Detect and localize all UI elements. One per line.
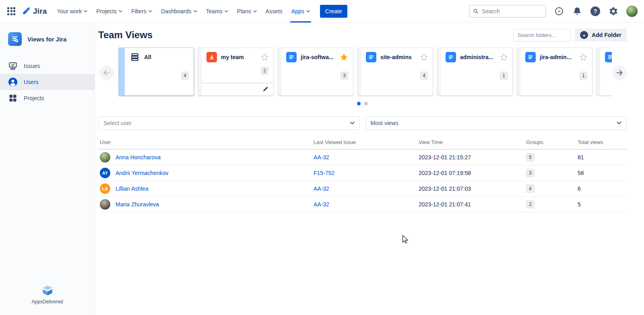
folder-name: jira-admin... xyxy=(540,54,576,60)
edit-pencil-icon[interactable] xyxy=(262,86,268,92)
page-title: Team Views xyxy=(98,29,153,41)
carousel-next-button[interactable] xyxy=(612,66,627,80)
issue-link[interactable]: AA-32 xyxy=(314,201,329,208)
star-outline-icon[interactable] xyxy=(261,54,268,61)
top-navbar: Jira Your work Projects Filters Dashboar… xyxy=(0,0,644,23)
avatar xyxy=(100,152,110,163)
search-folders-input[interactable] xyxy=(513,29,571,41)
folder-count-badge: 4 xyxy=(181,72,189,80)
folders-carousel: All 4 xyxy=(98,47,627,97)
sidebar-item-issues[interactable]: Issues xyxy=(0,58,95,74)
notifications-bell-icon[interactable] xyxy=(572,6,582,16)
add-folder-button[interactable]: + Add Folder xyxy=(575,29,627,41)
document-icon xyxy=(605,52,612,62)
discover-compass-icon[interactable] xyxy=(554,6,564,16)
folder-count-badge: 1 xyxy=(580,72,587,80)
user-avatar[interactable] xyxy=(626,6,638,17)
chevron-down-icon xyxy=(194,10,197,12)
nav-item-assets[interactable]: Assets xyxy=(261,0,287,23)
star-outline-icon[interactable] xyxy=(500,54,508,61)
issue-link[interactable]: AA-32 xyxy=(314,154,329,161)
users-table: User Last Viewed Issue View Time Groups … xyxy=(98,137,627,212)
views-for-jira-app-icon xyxy=(8,32,22,46)
carousel-dot-2[interactable] xyxy=(364,102,368,105)
user-name-link[interactable]: Maria Zhuravleva xyxy=(116,201,159,208)
settings-gear-icon[interactable] xyxy=(608,6,619,16)
arrow-left-icon xyxy=(103,69,111,77)
folder-card-administrators[interactable]: administra... 1 xyxy=(437,47,513,96)
apps-delivered-logo-icon xyxy=(42,285,53,296)
global-search[interactable] xyxy=(469,5,546,18)
view-time: 2023-12-01 07:19:58 xyxy=(419,170,526,176)
column-header-view-time: View Time xyxy=(419,139,526,145)
folder-card-site-admins[interactable]: site-admins 4 xyxy=(357,47,433,96)
stack-icon xyxy=(130,52,140,62)
sidebar-item-users[interactable]: Users xyxy=(0,74,95,90)
carousel-prev-button[interactable] xyxy=(99,66,114,80)
avatar xyxy=(100,199,110,210)
star-outline-icon[interactable] xyxy=(420,54,428,61)
chevron-down-icon xyxy=(350,121,355,125)
avatar: AY xyxy=(100,168,110,178)
folder-card-my-team[interactable]: my team 2 xyxy=(198,47,274,96)
sidebar-app-title: Views for Jira xyxy=(27,36,66,43)
total-views: 5 xyxy=(578,201,627,208)
user-name-link[interactable]: Andrii Yermachenkov xyxy=(116,170,169,176)
star-filled-icon[interactable] xyxy=(340,53,348,62)
apps-delivered-label: AppsDelivered xyxy=(31,299,63,305)
help-icon[interactable]: ? xyxy=(590,6,601,16)
chevron-down-icon xyxy=(84,10,87,12)
user-name-link[interactable]: Anna Honcharova xyxy=(116,154,161,161)
folder-count-badge: 1 xyxy=(500,72,508,80)
folder-name: administra... xyxy=(460,54,496,60)
folder-count-badge: 2 xyxy=(261,67,268,75)
folder-card-jira-software[interactable]: jira-softwa... 3 xyxy=(278,47,353,96)
nav-item-projects[interactable]: Projects xyxy=(92,0,127,23)
navbar-right-cluster: ? xyxy=(469,5,638,18)
nav-item-your-work[interactable]: Your work xyxy=(53,0,92,23)
chevron-down-icon xyxy=(225,10,228,12)
nav-item-filters[interactable]: Filters xyxy=(127,0,157,23)
folder-count-badge: 3 xyxy=(341,72,348,80)
table-row: Maria Zhuravleva AA-32 2023-12-01 21:07:… xyxy=(98,197,627,212)
chevron-down-icon xyxy=(617,121,621,125)
column-header-total-views: Total views xyxy=(578,139,627,145)
folder-name: All xyxy=(144,54,189,60)
folder-card-partial[interactable] xyxy=(597,47,612,96)
chevron-down-icon xyxy=(149,10,152,12)
create-button[interactable]: Create xyxy=(320,5,347,18)
folder-card-jira-admins[interactable]: jira-admin... 1 xyxy=(517,47,592,96)
table-row: Anna Honcharova AA-32 2023-12-01 21:15:2… xyxy=(98,150,627,165)
folder-card-all[interactable]: All 4 xyxy=(118,47,194,96)
nav-item-apps[interactable]: Apps xyxy=(287,0,314,23)
issue-link[interactable]: AA-32 xyxy=(314,185,329,192)
total-views: 81 xyxy=(578,154,627,161)
select-user-dropdown[interactable]: Select user xyxy=(98,116,360,130)
issue-link[interactable]: F15-752 xyxy=(314,170,334,176)
nav-item-plans[interactable]: Plans xyxy=(233,0,261,23)
nav-item-dashboards[interactable]: Dashboards xyxy=(157,0,202,23)
view-time: 2023-12-01 21:07:41 xyxy=(419,201,526,208)
sidebar-item-projects[interactable]: Projects xyxy=(0,90,95,106)
view-time: 2023-12-01 21:15:27 xyxy=(419,154,526,161)
column-header-last-viewed-issue: Last Viewed Issue xyxy=(314,139,419,145)
nav-item-teams[interactable]: Teams xyxy=(202,0,233,23)
jira-logo[interactable]: Jira xyxy=(22,7,47,16)
search-input[interactable] xyxy=(481,8,542,15)
plus-icon: + xyxy=(580,31,588,39)
table-row: AY Andrii Yermachenkov F15-752 2023-12-0… xyxy=(98,165,627,181)
sort-views-dropdown[interactable]: Most views xyxy=(365,116,627,130)
cone-icon xyxy=(206,52,217,62)
carousel-dot-1[interactable] xyxy=(357,102,361,105)
groups-badge: 2 xyxy=(526,200,535,208)
chevron-down-icon xyxy=(119,10,122,12)
jira-app-window: Jira Your work Projects Filters Dashboar… xyxy=(0,0,644,315)
user-name-link[interactable]: Lillian Ashlea xyxy=(116,185,149,192)
jira-logo-icon xyxy=(22,7,31,16)
total-views: 6 xyxy=(578,185,627,192)
star-outline-icon[interactable] xyxy=(580,54,587,61)
projects-grid-icon xyxy=(8,93,18,103)
app-switcher-icon[interactable] xyxy=(5,5,18,18)
groups-badge: 5 xyxy=(526,153,535,161)
document-icon xyxy=(366,52,376,62)
